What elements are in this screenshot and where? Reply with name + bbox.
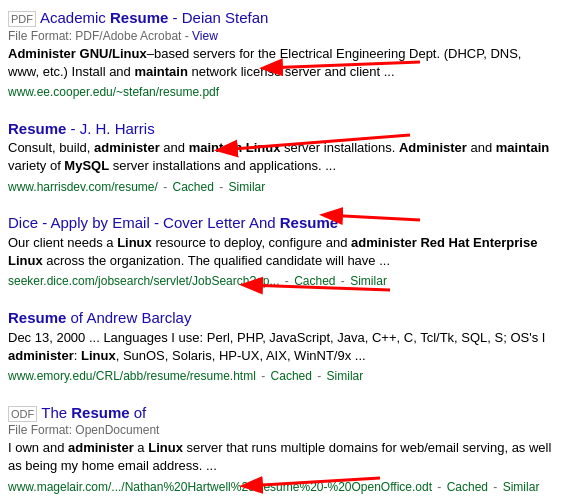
url-text: www.ee.cooper.edu/~stefan/resume.pdf (8, 85, 219, 99)
result-snippet: Administer GNU/Linux–based servers for t… (8, 45, 555, 81)
url-separator: - (490, 480, 501, 494)
result-title-link[interactable]: Resume of Andrew Barclay (8, 309, 191, 326)
result-url: www.magelair.com/.../Nathan%20Hartwell%2… (8, 479, 555, 496)
result-title-link[interactable]: Dice - Apply by Email - Cover Letter And… (8, 214, 338, 231)
result-title-link[interactable]: ODFThe Resume of (8, 404, 146, 421)
pdf-tag: PDF (8, 11, 36, 27)
result-snippet: I own and administer a Linux server that… (8, 439, 555, 475)
result-title-link[interactable]: Resume - J. H. Harris (8, 120, 155, 137)
cached-link[interactable]: Cached (447, 480, 488, 494)
result-snippet: Consult, build, administer and maintain … (8, 139, 555, 175)
result-url: www.ee.cooper.edu/~stefan/resume.pdf (8, 84, 555, 101)
url-text: seeker.dice.com/jobsearch/servlet/JobSea… (8, 274, 279, 288)
result-title: Resume - J. H. Harris (8, 119, 555, 139)
result-item: Resume of Andrew BarclayDec 13, 2000 ...… (8, 308, 555, 385)
result-url: www.emory.edu/CRL/abb/resume/resume.html… (8, 368, 555, 385)
similar-link[interactable]: Similar (229, 180, 266, 194)
cached-link[interactable]: Cached (271, 369, 312, 383)
result-snippet: Our client needs a Linux resource to dep… (8, 234, 555, 270)
file-format: File Format: OpenDocument (8, 423, 555, 437)
result-title: Resume of Andrew Barclay (8, 308, 555, 328)
cached-link[interactable]: Cached (294, 274, 335, 288)
url-separator: - (338, 274, 349, 288)
result-item: ODFThe Resume ofFile Format: OpenDocumen… (8, 403, 555, 496)
similar-link[interactable]: Similar (503, 480, 540, 494)
result-item: Dice - Apply by Email - Cover Letter And… (8, 213, 555, 290)
result-url: www.harrisdev.com/resume/ - Cached - Sim… (8, 179, 555, 196)
similar-link[interactable]: Similar (327, 369, 364, 383)
result-item: Resume - J. H. HarrisConsult, build, adm… (8, 119, 555, 196)
result-snippet: Dec 13, 2000 ... Languages I use: Perl, … (8, 329, 555, 365)
url-text: www.emory.edu/CRL/abb/resume/resume.html (8, 369, 256, 383)
url-separator: - (314, 369, 325, 383)
result-title-link[interactable]: PDFAcademic Resume - Deian Stefan (8, 9, 268, 26)
url-separator: - (434, 480, 445, 494)
result-url: seeker.dice.com/jobsearch/servlet/JobSea… (8, 273, 555, 290)
result-title: ODFThe Resume of (8, 403, 555, 423)
view-link[interactable]: View (192, 29, 218, 43)
cached-link[interactable]: Cached (173, 180, 214, 194)
url-text: www.magelair.com/.../Nathan%20Hartwell%2… (8, 480, 432, 494)
result-title: Dice - Apply by Email - Cover Letter And… (8, 213, 555, 233)
url-separator: - (216, 180, 227, 194)
result-title: PDFAcademic Resume - Deian Stefan (8, 8, 555, 28)
odf-tag: ODF (8, 406, 37, 422)
url-separator: - (160, 180, 171, 194)
url-separator: - (258, 369, 269, 383)
search-results: PDFAcademic Resume - Deian StefanFile Fo… (0, 0, 563, 501)
file-format: File Format: PDF/Adobe Acrobat - View (8, 29, 555, 43)
result-item: PDFAcademic Resume - Deian StefanFile Fo… (8, 8, 555, 101)
url-separator: - (281, 274, 292, 288)
similar-link[interactable]: Similar (350, 274, 387, 288)
url-text: www.harrisdev.com/resume/ (8, 180, 158, 194)
